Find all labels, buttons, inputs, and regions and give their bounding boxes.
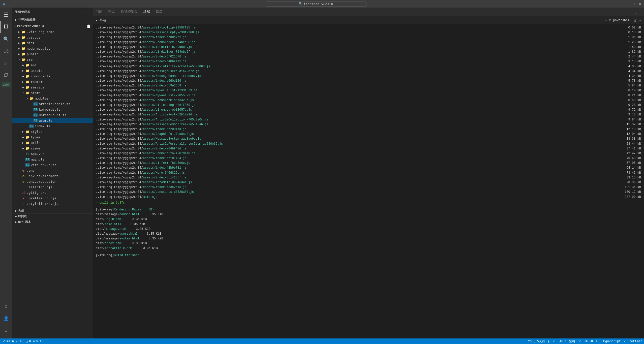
tab-terminal[interactable]: 终端 [140, 8, 153, 16]
line-ending[interactable]: LF [596, 339, 599, 343]
tab-debug-console[interactable]: 调试控制台 [118, 8, 140, 16]
tree-item-service[interactable]: ▶ 📁 service [12, 84, 93, 90]
activity-extensions[interactable] [0, 69, 12, 81]
terminal-new-btn[interactable]: + [605, 18, 607, 22]
win-close[interactable]: ✕ [638, 2, 641, 5]
tree-item[interactable]: ⬡ App.vue [12, 151, 93, 157]
tree-item[interactable]: ▾ 📂 modules [12, 96, 93, 101]
tree-item[interactable]: ▶ 📁 .vite-ssg-temp [12, 29, 93, 35]
tree-item[interactable]: TS index.ts [12, 123, 93, 129]
svg-rect-2 [4, 28, 8, 28]
activity-json[interactable]: JSON [2, 82, 11, 87]
win-minimize[interactable]: – [626, 2, 629, 5]
terminal-line: dist/login.html 3.35 KiB [96, 217, 641, 222]
tree-item[interactable]: TS vite-env.d.ts [12, 162, 93, 168]
tree-item[interactable]: ▶ 📁 types [12, 134, 93, 140]
errors-warnings[interactable]: ⊘ 0 △ 0 ⊗ 0 ⚑ 0 [20, 339, 44, 343]
timeline-section[interactable]: ▶ 时间线 [12, 213, 93, 219]
tab-output[interactable]: 输出 [105, 8, 118, 16]
tree-item[interactable]: ▶ 📁 utils [12, 140, 93, 145]
tree-item[interactable]: ▾ 📂 store [12, 90, 93, 96]
error-count: 0 [22, 339, 24, 343]
folder-icon: 📁 [25, 85, 30, 89]
tree-item[interactable]: ▾ 📂 src [12, 57, 93, 62]
activity-git[interactable]: ⎇ [0, 45, 12, 57]
tree-item[interactable]: ⚙ .env.production [12, 179, 93, 184]
terminal-line: .vite-ssg-temp/ygjsp2xh34/assets/index-d… [96, 59, 641, 64]
ts-file-icon: TS [25, 163, 30, 167]
search-bar[interactable]: 🔍 frontend-vue3.0 [266, 1, 366, 7]
panel-close-icon[interactable]: ✕ [639, 12, 641, 16]
language-mode[interactable]: TypeScript [603, 339, 621, 343]
activity-account[interactable]: 👤 [0, 312, 12, 324]
tree-item[interactable]: ▶ 📁 views [12, 145, 93, 151]
terminal-split-btn[interactable]: ⊟ [609, 18, 611, 22]
bell-count: 0 [43, 339, 44, 343]
terminal-trash-icon[interactable]: 🗑 [633, 18, 637, 22]
terminal-line: .vite-ssg-temp/ygjsp2xh34/assets/Article… [96, 142, 641, 146]
panel-tabs: 问题 输出 调试控制台 终端 端口 [93, 8, 166, 16]
tree-item[interactable]: E .eslintrc.cjs [12, 184, 93, 190]
activity-settings[interactable]: ⚙ [0, 324, 12, 336]
tree-item[interactable]: ▶ 📁 .vscode [12, 35, 93, 40]
outline-section[interactable]: ▶ 大纲 [12, 208, 93, 213]
terminal-content[interactable]: .vite-ssg-temp/ygjsp2xh34/assets/el-tool… [93, 24, 644, 338]
npm-scripts-section[interactable]: ▶ NPM 脚本 [12, 219, 93, 225]
encoding[interactable]: UTF-8 [584, 339, 593, 343]
sidebar-more-btn[interactable]: ··· [82, 10, 90, 14]
tree-item[interactable]: ▶ 📁 api [12, 62, 93, 68]
tree-item[interactable]: ▶ 📁 dist [12, 40, 93, 46]
sidebar-content[interactable]: ▶ 打开的编辑器 ▾ FRONTEND-VUE3.0 📋 ▶ 📁 .vite-s… [12, 16, 93, 338]
tab-problems[interactable]: 问题 [93, 8, 105, 16]
project-root-header[interactable]: ▾ FRONTEND-VUE3.0 📋 [12, 23, 93, 29]
terminal-line: .vite-ssg-temp/ygjsp2xh34/assets/index-e… [96, 156, 641, 161]
config-icon: ⚙ [21, 168, 26, 173]
ts-file-icon: TS [25, 157, 30, 162]
activity-remote[interactable]: ⊙ [0, 300, 12, 312]
indent-type[interactable]: 空格: 2 [569, 339, 581, 343]
new-file-icon[interactable]: 📋 [86, 24, 91, 28]
bell-icon: ⚑ [40, 339, 42, 343]
tree-item[interactable]: ▶ 📁 public [12, 51, 93, 57]
tree-item[interactable]: ⚙ .env [12, 168, 93, 173]
activity-menu[interactable]: ☰ [0, 9, 12, 21]
tree-item[interactable]: S .stylelintrc.cjs [12, 201, 93, 206]
status-right: You, 5天前 行 25，列 3 空格: 2 UTF-8 LF TypeScr… [528, 339, 642, 343]
tab-ports[interactable]: 端口 [153, 8, 166, 16]
tree-item[interactable]: TS unreadCount.ts [12, 112, 93, 118]
search-text: frontend-vue3.0 [303, 2, 333, 6]
tree-item[interactable]: ⚙ .env.development [12, 173, 93, 179]
open-editors-header[interactable]: ▶ 打开的编辑器 [12, 17, 93, 22]
activity-explorer[interactable] [0, 21, 12, 33]
config-icon: ⚙ [21, 174, 26, 178]
terminal-line: .vite-ssg-temp/ygjsp2xh34/assets/Message… [96, 137, 641, 141]
activity-search[interactable]: 🔍 [0, 33, 12, 45]
prettier-status[interactable]: ✓ Prettier [624, 339, 642, 343]
folder-icon: 📁 [21, 41, 26, 45]
panel-tab-bar: 问题 输出 调试控制台 终端 端口 ⌃ ✕ [93, 8, 644, 16]
terminal-line: .vite-ssg-temp/ygjsp2xh34/assets/index-5… [96, 83, 641, 88]
tree-item[interactable]: TS articleLabels.ts [12, 101, 93, 107]
tree-item[interactable]: TS main.ts [12, 157, 93, 162]
tree-item[interactable]: ▶ 📁 components [12, 73, 93, 79]
terminal-dots-icon[interactable]: ⋯ [639, 18, 641, 22]
tree-item[interactable]: ⎇ .gitignore [12, 190, 93, 195]
terminal-line: .vite-ssg-temp/ygjsp2xh34/assets/Message… [96, 30, 641, 35]
win-maximize[interactable]: □ [632, 2, 635, 5]
activity-debug[interactable]: ▷ [0, 57, 12, 69]
terminal-line: .vite-ssg-temp/ygjsp2xh34/assets/index-a… [96, 146, 641, 151]
tree-item-router[interactable]: ▶ 📁 router [12, 79, 93, 84]
open-editors-section: ▶ 打开的编辑器 [12, 16, 93, 23]
tree-item[interactable]: ✦ .prettierrc.cjs [12, 195, 93, 201]
terminal-line: .vite-ssg-temp/ygjsp2xh34/assets/MyFocus… [96, 88, 641, 93]
tree-item[interactable]: TS keywords.ts [12, 107, 93, 112]
tree-item[interactable]: ▶ 📁 styles [12, 129, 93, 134]
tree-item-user-ts[interactable]: TS user.ts [12, 118, 93, 123]
tree-item[interactable]: ▶ 📁 node_modules [12, 46, 93, 51]
folder-icon: 📁 [25, 63, 30, 67]
git-branch[interactable]: ⎇ main ↺ [2, 339, 17, 343]
cursor-location[interactable]: You, 5天前 行 25，列 3 [528, 339, 566, 343]
folder-icon: 📁 [21, 52, 26, 56]
tree-item[interactable]: ▶ 📁 assets [12, 68, 93, 73]
panel-maximize-icon[interactable]: ⌃ [635, 12, 637, 16]
